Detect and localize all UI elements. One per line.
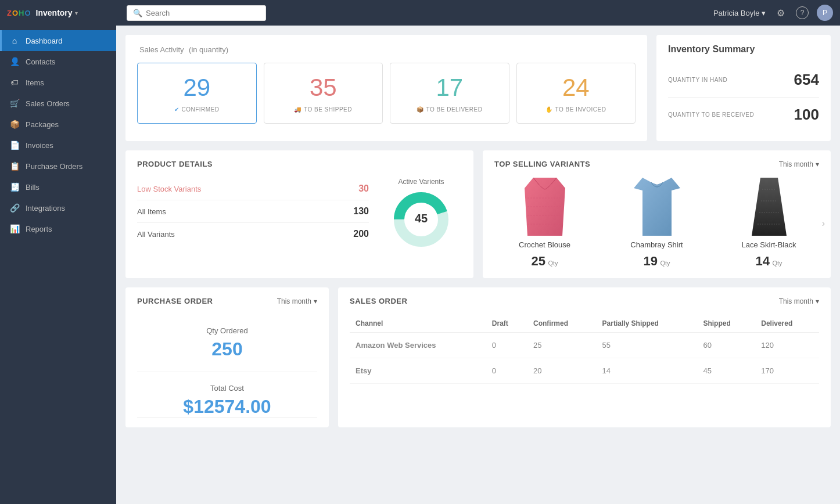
delivered-label: 📦 TO BE DELIVERED bbox=[417, 106, 482, 113]
etsy-partially-shipped: 14 bbox=[597, 358, 698, 384]
po-stat-cost: Total Cost $12574.00 bbox=[137, 372, 317, 418]
po-cost-value: $12574.00 bbox=[183, 396, 271, 417]
sidebar-item-packages[interactable]: 📦 Packages bbox=[0, 114, 116, 135]
col-draft: Draft bbox=[486, 315, 527, 333]
help-icon[interactable]: ? bbox=[796, 6, 809, 19]
etsy-delivered: 170 bbox=[755, 358, 819, 384]
aws-draft: 0 bbox=[486, 333, 527, 358]
donut-chart-wrapper: Active Varients 45 bbox=[380, 178, 462, 249]
sales-activity-title: Sales Activity (in quantity) bbox=[137, 44, 636, 55]
delivered-num: 17 bbox=[436, 74, 463, 102]
main-content: Sales Activity (in quantity) 29 ✔ CONFIR… bbox=[116, 26, 840, 504]
top-row: Sales Activity (in quantity) 29 ✔ CONFIR… bbox=[125, 35, 831, 141]
etsy-confirmed: 20 bbox=[527, 358, 597, 384]
low-stock-label: Low Stock Variants bbox=[137, 185, 201, 193]
purchase-orders-icon: 📋 bbox=[9, 161, 20, 171]
svg-text:45: 45 bbox=[415, 212, 428, 225]
crochet-blouse-qty: 25 bbox=[531, 254, 545, 268]
lace-skirt-qty: 14 bbox=[755, 254, 769, 268]
activity-card-invoiced[interactable]: 24 ✋ TO BE INVOICED bbox=[516, 63, 636, 124]
sales-activity-subtitle: (in quantity) bbox=[189, 45, 228, 54]
all-items-label: All Items bbox=[137, 207, 166, 216]
all-variants-label: All Variants bbox=[137, 230, 175, 239]
top-selling-title: TOP SELLING VARIANTS bbox=[494, 160, 590, 168]
confirmed-label: ✔ CONFIRMED bbox=[174, 106, 220, 113]
invoiced-icon: ✋ bbox=[545, 106, 553, 113]
chambray-shirt-image bbox=[631, 178, 683, 236]
crochet-blouse-name: Crochet Blouse bbox=[519, 240, 570, 249]
sidebar-item-purchase-orders[interactable]: 📋 Purchase Orders bbox=[0, 156, 116, 177]
sidebar-item-bills[interactable]: 🧾 Bills bbox=[0, 177, 116, 197]
so-table-header: Channel Draft Confirmed Partially Shippe… bbox=[350, 315, 819, 333]
chambray-shirt-unit: Qty bbox=[660, 260, 670, 267]
activity-card-shipped[interactable]: 35 🚚 TO BE SHIPPED bbox=[264, 63, 383, 124]
all-items-value: 130 bbox=[353, 206, 369, 217]
crochet-blouse-image bbox=[519, 178, 571, 236]
settings-icon[interactable]: ⚙ bbox=[774, 6, 788, 20]
sales-orders-icon: 🛒 bbox=[9, 99, 20, 108]
inv-row-qty-received: QUANTITY TO BE RECEIVED 100 bbox=[668, 98, 819, 132]
top-selling-filter[interactable]: This month ▾ bbox=[779, 160, 819, 168]
pd-row-low-stock[interactable]: Low Stock Variants 30 bbox=[137, 178, 369, 200]
sidebar-item-reports[interactable]: 📊 Reports bbox=[0, 218, 116, 239]
activity-card-delivered[interactable]: 17 📦 TO BE DELIVERED bbox=[390, 63, 509, 124]
sidebar-label-contacts: Contacts bbox=[26, 57, 55, 66]
etsy-channel: Etsy bbox=[350, 358, 486, 384]
search-icon: 🔍 bbox=[133, 9, 142, 17]
shipped-icon: 🚚 bbox=[294, 106, 301, 113]
aws-partially-shipped: 55 bbox=[597, 333, 698, 358]
top-selling-header: TOP SELLING VARIANTS This month ▾ bbox=[494, 160, 819, 168]
sidebar-item-invoices[interactable]: 📄 Invoices bbox=[0, 135, 116, 156]
app-name: Inventory bbox=[36, 8, 73, 17]
confirmed-icon: ✔ bbox=[174, 106, 180, 113]
bills-icon: 🧾 bbox=[9, 182, 20, 192]
sidebar-label-items: Items bbox=[26, 78, 44, 87]
po-title: PURCHASE ORDER bbox=[137, 297, 213, 305]
shipped-label: 🚚 TO BE SHIPPED bbox=[294, 106, 352, 113]
qty-received-label: QUANTITY TO BE RECEIVED bbox=[668, 111, 754, 118]
donut-label: Active Varients bbox=[398, 178, 444, 186]
avatar[interactable]: P bbox=[817, 5, 833, 21]
sidebar-item-dashboard[interactable]: ⌂ Dashboard bbox=[0, 30, 116, 51]
pd-row-all-items[interactable]: All Items 130 bbox=[137, 200, 369, 223]
sidebar-label-packages: Packages bbox=[26, 120, 59, 129]
sidebar-label-dashboard: Dashboard bbox=[26, 37, 63, 45]
po-cost-label: Total Cost bbox=[210, 384, 244, 393]
lace-skirt-image bbox=[743, 178, 795, 236]
activity-card-confirmed[interactable]: 29 ✔ CONFIRMED bbox=[137, 63, 257, 124]
logo-box[interactable]: ZOHO Inventory ▾ bbox=[7, 8, 78, 17]
qty-received-value: 100 bbox=[794, 106, 819, 124]
qty-hand-value: 654 bbox=[794, 71, 819, 89]
inventory-summary-title: Inventory Summary bbox=[668, 44, 819, 55]
col-partially-shipped: Partially Shipped bbox=[597, 315, 698, 333]
user-name[interactable]: Patricia Boyle ▾ bbox=[713, 9, 766, 17]
invoiced-label: ✋ TO BE INVOICED bbox=[545, 106, 606, 113]
top-selling-items: Crochet Blouse 25 Qty bbox=[494, 178, 819, 269]
sidebar-label-bills: Bills bbox=[26, 183, 40, 192]
so-header: SALES ORDER This month ▾ bbox=[350, 297, 819, 305]
bottom-row: PURCHASE ORDER This month ▾ Qty Ordered … bbox=[125, 287, 831, 427]
pd-row-all-variants[interactable]: All Variants 200 bbox=[137, 223, 369, 245]
items-icon: 🏷 bbox=[9, 78, 20, 87]
col-confirmed: Confirmed bbox=[527, 315, 597, 333]
ts-next-arrow[interactable]: › bbox=[822, 218, 825, 229]
search-input[interactable] bbox=[146, 9, 260, 17]
po-qty-label: Qty Ordered bbox=[206, 326, 248, 335]
so-filter[interactable]: This month ▾ bbox=[779, 297, 819, 305]
activity-cards: 29 ✔ CONFIRMED 35 🚚 TO BE SHIPPED bbox=[137, 63, 636, 124]
sales-order-panel: SALES ORDER This month ▾ Channel Draft C… bbox=[338, 287, 831, 427]
po-filter[interactable]: This month ▾ bbox=[277, 297, 317, 305]
search-bar[interactable]: 🔍 bbox=[127, 5, 266, 21]
dashboard-icon: ⌂ bbox=[9, 36, 20, 45]
chambray-shirt-qty: 19 bbox=[643, 254, 657, 268]
sidebar-item-integrations[interactable]: 🔗 Integrations bbox=[0, 197, 116, 218]
lace-skirt-unit: Qty bbox=[772, 260, 782, 267]
invoiced-num: 24 bbox=[562, 74, 590, 102]
po-stat-qty: Qty Ordered 250 bbox=[137, 315, 317, 372]
sidebar-item-sales-orders[interactable]: 🛒 Sales Orders bbox=[0, 93, 116, 114]
app-caret[interactable]: ▾ bbox=[75, 10, 78, 16]
sidebar-item-items[interactable]: 🏷 Items bbox=[0, 72, 116, 93]
so-table: Channel Draft Confirmed Partially Shippe… bbox=[350, 315, 819, 384]
pd-list: Low Stock Variants 30 All Items 130 All … bbox=[137, 178, 369, 249]
sidebar-item-contacts[interactable]: 👤 Contacts bbox=[0, 51, 116, 72]
